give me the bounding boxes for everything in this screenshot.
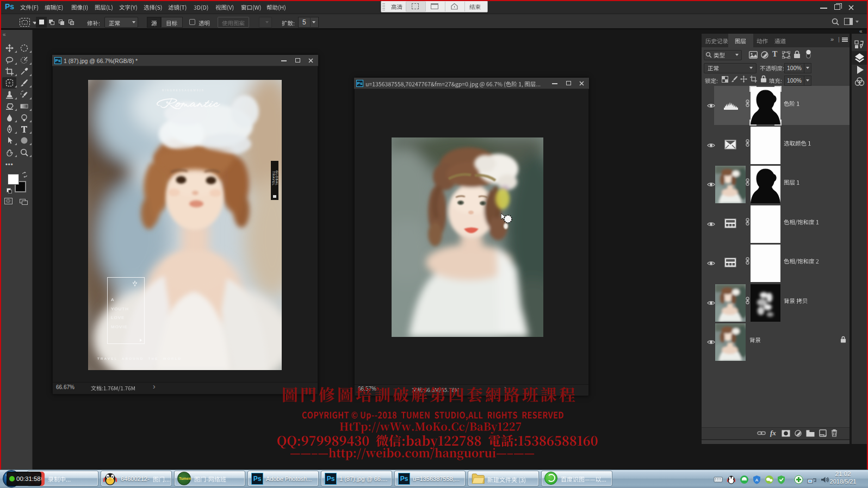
svg-text:A: A xyxy=(755,478,759,483)
